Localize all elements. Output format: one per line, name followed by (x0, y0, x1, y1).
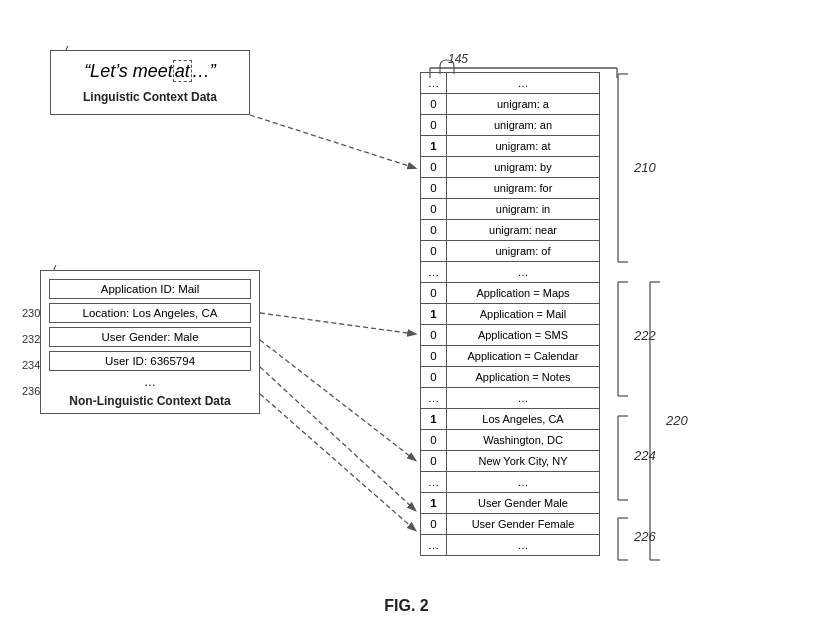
svg-line-1 (250, 115, 415, 168)
ft-text-app-maps: Application = Maps (447, 283, 599, 303)
ft-text-app-sms: Application = SMS (447, 325, 599, 345)
user-id-row: User ID: 6365794 (49, 351, 251, 371)
ft-num-0-calendar: 0 (421, 346, 447, 366)
ft-row-loc-dc: 0 Washington, DC (420, 430, 600, 451)
ft-text-unigram-an: unigram: an (447, 115, 599, 135)
ft-row-unigram-for: 0 unigram: for (420, 178, 600, 199)
svg-line-5 (260, 394, 415, 530)
ft-text-unigram-a: unigram: a (447, 94, 599, 114)
ref-234: 234 (22, 359, 40, 371)
ref-236: 236 (22, 385, 40, 397)
ft-num-dots-mid3: … (421, 472, 447, 492)
svg-line-4 (260, 367, 415, 510)
ft-num-0-dc: 0 (421, 430, 447, 450)
linguistic-quote: “Let’s meetat…” (61, 61, 239, 82)
ft-row-unigram-by: 0 unigram: by (420, 157, 600, 178)
ft-num-0-near: 0 (421, 220, 447, 240)
ft-num-0-for: 0 (421, 178, 447, 198)
ft-row-dots-mid3: … … (420, 472, 600, 493)
ft-text-app-mail: Application = Mail (447, 304, 599, 324)
ft-num-1-at: 1 (421, 136, 447, 156)
ft-row-unigram-an: 0 unigram: an (420, 115, 600, 136)
ft-text-loc-la: Los Angeles, CA (447, 409, 599, 429)
ft-row-dots-top: … … (420, 72, 600, 94)
ft-num-1-male: 1 (421, 493, 447, 513)
ft-row-unigram-in: 0 unigram: in (420, 199, 600, 220)
ft-num-0-an: 0 (421, 115, 447, 135)
ft-num-0-maps: 0 (421, 283, 447, 303)
ft-num-0-in: 0 (421, 199, 447, 219)
ft-row-app-mail: 1 Application = Mail (420, 304, 600, 325)
ft-num-0-notes: 0 (421, 367, 447, 387)
quote-text: “Let’s meet (84, 61, 173, 81)
svg-line-2 (260, 313, 415, 334)
ft-num-dots-mid1: … (421, 262, 447, 282)
ft-text-dots-mid3: … (447, 472, 599, 492)
ft-row-gender-male: 1 User Gender Male (420, 493, 600, 514)
quote-end: …” (192, 61, 216, 81)
ft-num-0-by: 0 (421, 157, 447, 177)
at-word: at (173, 60, 192, 82)
ft-row-loc-nyc: 0 New York City, NY (420, 451, 600, 472)
app-id-row: Application ID: Mail (49, 279, 251, 299)
ref-232: 232 (22, 333, 40, 345)
ft-row-unigram-a: 0 unigram: a (420, 94, 600, 115)
svg-text:224: 224 (633, 448, 656, 463)
ft-row-app-maps: 0 Application = Maps (420, 283, 600, 304)
ft-row-unigram-near: 0 unigram: near (420, 220, 600, 241)
svg-text:220: 220 (665, 413, 688, 428)
svg-text:226: 226 (633, 529, 656, 544)
feature-table: … … 0 unigram: a 0 unigram: an 1 unigram… (420, 72, 600, 556)
ft-num-0-a: 0 (421, 94, 447, 114)
ft-num-dots-mid2: … (421, 388, 447, 408)
ft-text-app-notes: Application = Notes (447, 367, 599, 387)
ft-text-app-calendar: Application = Calendar (447, 346, 599, 366)
ft-text-dots-top: … (447, 73, 599, 93)
linguistic-context-box: “Let’s meetat…” Linguistic Context Data (50, 50, 250, 115)
ft-row-dots-mid2: … … (420, 388, 600, 409)
context-dots: … (49, 375, 251, 389)
ft-text-unigram-in: unigram: in (447, 199, 599, 219)
ref-230: 230 (22, 307, 40, 319)
ft-row-app-notes: 0 Application = Notes (420, 367, 600, 388)
linguistic-label: Linguistic Context Data (61, 90, 239, 104)
nonlinguistic-context-box: Application ID: Mail Location: Los Angel… (40, 270, 260, 414)
svg-text:222: 222 (633, 328, 656, 343)
ft-text-unigram-for: unigram: for (447, 178, 599, 198)
ft-num-1-la: 1 (421, 409, 447, 429)
ft-num-1-mail: 1 (421, 304, 447, 324)
ft-num-0-nyc: 0 (421, 451, 447, 471)
svg-line-3 (260, 340, 415, 460)
ft-text-dots-mid2: … (447, 388, 599, 408)
svg-text:210: 210 (633, 160, 656, 175)
ft-num-0-sms: 0 (421, 325, 447, 345)
ft-text-dots-mid1: … (447, 262, 599, 282)
ft-row-unigram-of: 0 unigram: of (420, 241, 600, 262)
ft-text-loc-dc: Washington, DC (447, 430, 599, 450)
ft-row-app-calendar: 0 Application = Calendar (420, 346, 600, 367)
user-gender-row: User Gender: Male (49, 327, 251, 347)
ft-num-dots-top: … (421, 73, 447, 93)
location-row: Location: Los Angeles, CA (49, 303, 251, 323)
ft-text-unigram-of: unigram: of (447, 241, 599, 261)
figure-label: FIG. 2 (384, 597, 428, 615)
ft-row-unigram-at: 1 unigram: at (420, 136, 600, 157)
nonlinguistic-label: Non-Linguistic Context Data (49, 394, 251, 408)
ft-text-unigram-near: unigram: near (447, 220, 599, 240)
ft-row-dots-bottom: … … (420, 535, 600, 556)
ft-text-gender-female: User Gender Female (447, 514, 599, 534)
ft-row-dots-mid1: … … (420, 262, 600, 283)
ft-text-gender-male: User Gender Male (447, 493, 599, 513)
diagram-container: 114 “Let’s meetat…” Linguistic Context D… (0, 0, 813, 637)
ft-num-0-of: 0 (421, 241, 447, 261)
ft-num-0-female: 0 (421, 514, 447, 534)
ft-row-loc-la: 1 Los Angeles, CA (420, 409, 600, 430)
ft-text-loc-nyc: New York City, NY (447, 451, 599, 471)
ft-row-gender-female: 0 User Gender Female (420, 514, 600, 535)
ft-row-app-sms: 0 Application = SMS (420, 325, 600, 346)
ft-text-dots-bottom: … (447, 535, 599, 555)
ft-num-dots-bottom: … (421, 535, 447, 555)
ft-text-unigram-by: unigram: by (447, 157, 599, 177)
ft-text-unigram-at: unigram: at (447, 136, 599, 156)
